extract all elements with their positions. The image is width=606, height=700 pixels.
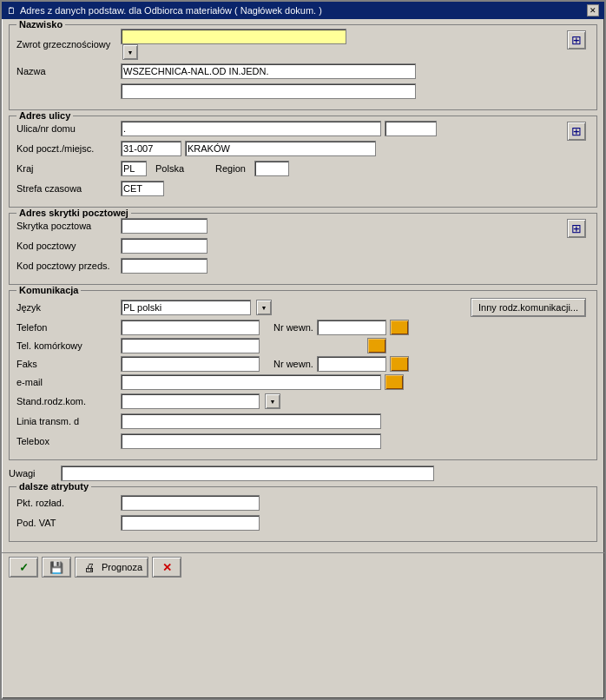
telebox-label: Telebox: [16, 436, 121, 446]
nazwisko-section: Nazwisko Zwrot grzecznościowy Nazwa: [9, 24, 597, 110]
telebox-field: [121, 433, 590, 449]
pkt-input[interactable]: [121, 495, 260, 511]
stand-row: Stand.rodz.kom.: [16, 393, 590, 410]
nazwa-field: [121, 63, 563, 79]
kraj-row: Kraj Polska Region: [16, 160, 563, 177]
postcode-input[interactable]: [121, 238, 207, 254]
inny-btn-label: Inny rodz.komunikacji...: [478, 302, 578, 313]
city-input[interactable]: [185, 141, 376, 156]
jezyk-field: [121, 300, 353, 315]
lang-dropdown-btn[interactable]: [256, 300, 272, 315]
strefa-label: Strefa czasowa: [16, 183, 121, 194]
nazwa2-input[interactable]: [121, 83, 416, 99]
vat-field: [121, 515, 590, 531]
country-code-input[interactable]: [121, 161, 147, 176]
prognoza-label: Prognoza: [102, 562, 142, 572]
form-content: Nazwisko Zwrot grzecznościowy Nazwa: [2, 19, 604, 552]
zwrot-row: Zwrot grzecznościowy: [16, 29, 563, 60]
dalsze-legend: dalsze atrybuty: [16, 481, 91, 492]
prognoza-button[interactable]: Prognoza: [75, 557, 148, 578]
email-label: e-mail: [16, 377, 121, 387]
email-input[interactable]: [121, 374, 381, 390]
telebox-input[interactable]: [121, 433, 381, 449]
stand-input[interactable]: [121, 393, 260, 409]
telefon-arrow-btn[interactable]: [390, 320, 409, 335]
lang-dropdown-icon: [261, 304, 267, 312]
pkt-row: Pkt. rozład.: [16, 494, 590, 512]
kraj-label: Kraj: [16, 163, 121, 174]
nr-wewn2-input[interactable]: [317, 356, 386, 372]
linia-label: Linia transm. d: [16, 416, 121, 426]
language-input[interactable]: [121, 300, 251, 315]
confirm-button[interactable]: [9, 557, 38, 578]
nazwisko-add-btn[interactable]: [567, 30, 586, 50]
telefon-row: Telefon Nr wewn.: [16, 320, 590, 335]
country-name-text: Polska: [155, 163, 184, 174]
nazwa-input[interactable]: [121, 63, 416, 79]
nazwa-row: Nazwa: [16, 63, 563, 80]
faks-label: Faks: [16, 359, 121, 369]
stand-dropdown-btn[interactable]: [265, 393, 280, 409]
nazwa2-field: [121, 83, 563, 99]
kod-row: Kod poczt./miejsc.: [16, 140, 563, 157]
pkt-field: [121, 495, 590, 511]
postcode-przeds-input[interactable]: [121, 258, 207, 274]
postal-code-input[interactable]: [121, 141, 181, 156]
email-arrow-icon: [391, 378, 398, 387]
vat-label: Pod. VAT: [16, 518, 121, 528]
plus-icon-2: [571, 124, 582, 138]
komunikacja-content: Język Inny rodz.komunikacji... Telefon: [16, 298, 590, 450]
plus-icon-3: [571, 221, 582, 235]
main-window: 🗒 Adres z danych podstaw. dla Odbiorca m…: [0, 0, 606, 700]
ulica-input[interactable]: [121, 121, 381, 136]
zwrot-input[interactable]: [121, 29, 346, 44]
plus-icon: [571, 33, 582, 47]
linia-input[interactable]: [121, 413, 381, 429]
telkom-arrow-icon: [373, 341, 380, 351]
printer-icon: [81, 558, 98, 576]
x-icon: [158, 558, 175, 576]
adres-ulicy-legend: Adres ulicy: [16, 110, 73, 121]
skrytka-input[interactable]: [121, 218, 207, 234]
nazwisko-action: [563, 29, 590, 50]
vat-input[interactable]: [121, 515, 260, 531]
telebox-row: Telebox: [16, 433, 590, 450]
linia-row: Linia transm. d: [16, 413, 590, 430]
floppy-icon: [48, 558, 65, 576]
faks-input[interactable]: [121, 356, 260, 372]
footer: Prognoza: [2, 552, 604, 581]
check-icon: [15, 558, 32, 576]
adres-skrytki-legend: Adres skrytki pocztowej: [16, 208, 131, 218]
kod-przeds-field: [121, 258, 563, 274]
ulica-num-input[interactable]: [385, 121, 437, 136]
adres-skrytki-action: [563, 217, 590, 238]
uwagi-row: Uwagi: [9, 466, 597, 481]
inny-komunikacji-btn[interactable]: Inny rodz.komunikacji...: [471, 298, 586, 317]
dalsze-content: Pkt. rozład. Pod. VAT: [16, 494, 590, 532]
uwagi-input[interactable]: [61, 466, 434, 481]
kod-pocztowy-row: Kod pocztowy: [16, 237, 563, 254]
close-button[interactable]: ✕: [587, 4, 599, 17]
region-input[interactable]: [254, 161, 289, 176]
adres-ulicy-add-btn[interactable]: [567, 122, 586, 141]
cancel-button[interactable]: [152, 557, 181, 578]
email-arrow-btn[interactable]: [385, 374, 404, 390]
telefon-input[interactable]: [121, 320, 260, 335]
save-button[interactable]: [42, 557, 71, 578]
telefon-label: Telefon: [16, 322, 121, 333]
adres-skrytki-fields: Skrytka pocztowa Kod pocztowy Kod poczto…: [16, 217, 563, 277]
kod-label: Kod poczt./miejsc.: [16, 143, 121, 154]
telkom-input[interactable]: [121, 338, 260, 353]
nr-wewn1-input[interactable]: [317, 320, 386, 335]
adres-skrytki-add-btn[interactable]: [567, 219, 586, 238]
telkom-arrow-btn[interactable]: [367, 338, 386, 353]
skrytka-field: [121, 218, 563, 234]
adres-skrytki-content: Skrytka pocztowa Kod pocztowy Kod poczto…: [16, 217, 590, 277]
faks-arrow-btn[interactable]: [390, 356, 409, 372]
timezone-input[interactable]: [121, 181, 164, 196]
pkt-label: Pkt. rozład.: [16, 498, 121, 508]
zwrot-dropdown-btn[interactable]: [122, 44, 138, 60]
ulica-field: [121, 121, 563, 136]
window-icon: 🗒: [7, 6, 16, 16]
stand-label: Stand.rodz.kom.: [16, 396, 121, 406]
